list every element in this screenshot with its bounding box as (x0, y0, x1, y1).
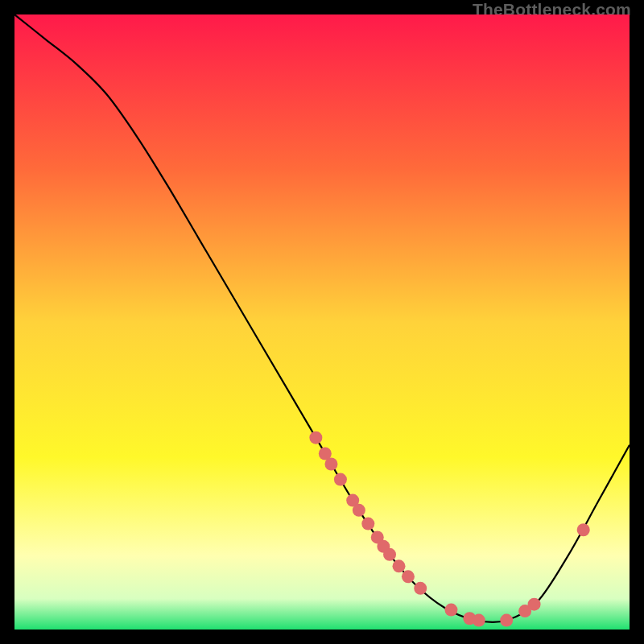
chart-container: TheBottleneck.com (0, 0, 644, 644)
data-dot (383, 548, 396, 561)
data-dot (500, 614, 513, 627)
data-dot (353, 504, 365, 517)
data-dot (473, 614, 485, 627)
data-dot (414, 582, 427, 595)
data-dot (577, 523, 590, 536)
data-dot (324, 457, 337, 470)
data-dot (402, 570, 415, 583)
gradient-background (14, 14, 630, 630)
data-dot (528, 598, 541, 611)
data-dot (334, 473, 347, 486)
data-dot (393, 559, 406, 572)
data-dot (444, 604, 457, 617)
data-dot (361, 518, 374, 530)
data-dot (309, 431, 322, 444)
plot-svg (14, 14, 630, 630)
